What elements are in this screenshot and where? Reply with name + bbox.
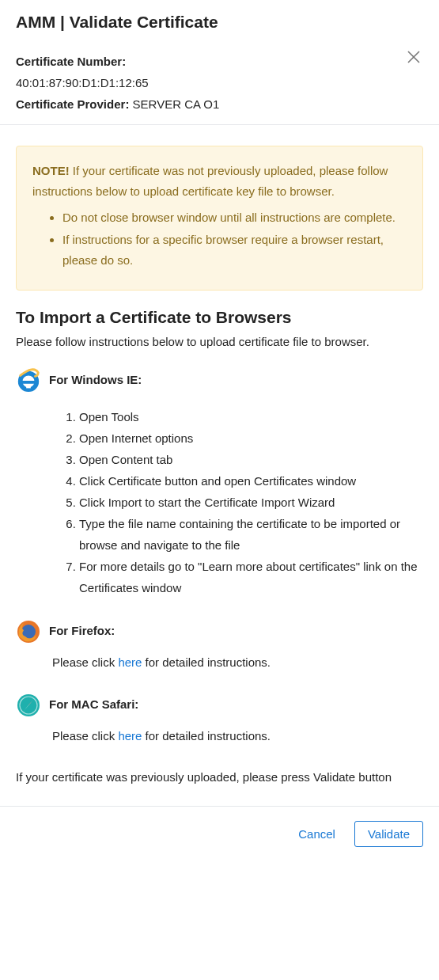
bottom-note: If your certificate was previously uploa… xyxy=(16,767,423,788)
dialog-footer: Cancel Validate xyxy=(0,807,439,861)
dialog-title: AMM | Validate Certificate xyxy=(0,0,439,38)
safari-link[interactable]: here xyxy=(118,729,142,743)
cert-provider-value: SERVER CA O1 xyxy=(133,97,220,111)
safari-block: For MAC Safari: xyxy=(16,693,423,718)
safari-pre: Please click xyxy=(52,729,118,743)
firefox-block: For Firefox: xyxy=(16,619,423,644)
svg-rect-3 xyxy=(20,381,38,384)
divider xyxy=(0,124,439,125)
cert-provider-label: Certificate Provider: xyxy=(16,97,129,111)
note-bullet: If instructions for a specific browser r… xyxy=(62,230,407,272)
validate-button[interactable]: Validate xyxy=(354,821,423,847)
safari-post: for detailed instructions. xyxy=(142,729,271,743)
ie-step: For more details go to "Learn more about… xyxy=(79,556,423,598)
certificate-info: Certificate Number: 40:01:87:90:D1:D1:12… xyxy=(16,51,423,115)
safari-icon xyxy=(16,693,41,718)
firefox-link[interactable]: here xyxy=(118,655,142,669)
firefox-post: for detailed instructions. xyxy=(142,655,271,669)
firefox-heading: For Firefox: xyxy=(49,619,115,637)
ie-step: Type the file name containing the certif… xyxy=(79,513,423,556)
ie-step: Click Certificate button and open Certif… xyxy=(79,470,423,492)
ie-steps: Open Tools Open Internet options Open Co… xyxy=(63,406,423,598)
import-subtext: Please follow instructions below to uplo… xyxy=(16,332,423,352)
ie-block: For Windows IE: xyxy=(16,368,423,393)
cert-number-label: Certificate Number: xyxy=(16,55,126,68)
ie-icon xyxy=(16,368,41,393)
certificate-header: Certificate Number: 40:01:87:90:D1:D1:12… xyxy=(0,38,439,124)
note-text: If your certificate was not previously u… xyxy=(32,164,388,198)
import-heading: To Import a Certificate to Browsers xyxy=(16,308,423,327)
ie-step: Open Content tab xyxy=(79,449,423,470)
note-label: NOTE! xyxy=(32,164,70,177)
ie-step: Click Import to start the Certificate Im… xyxy=(79,492,423,513)
cert-number-value: 40:01:87:90:D1:D1:12:65 xyxy=(16,72,423,93)
note-box: NOTE! If your certificate was not previo… xyxy=(16,146,423,291)
safari-heading: For MAC Safari: xyxy=(49,693,138,711)
ie-step: Open Tools xyxy=(79,406,423,427)
ie-step: Open Internet options xyxy=(79,427,423,449)
note-bullet: Do not close browser window until all in… xyxy=(62,207,407,228)
safari-instructions: Please click here for detailed instructi… xyxy=(52,726,423,746)
firefox-instructions: Please click here for detailed instructi… xyxy=(52,652,423,673)
validate-certificate-dialog: AMM | Validate Certificate Certificate N… xyxy=(0,0,439,861)
cancel-button[interactable]: Cancel xyxy=(289,821,345,847)
firefox-icon xyxy=(16,619,41,644)
svg-rect-4 xyxy=(26,384,31,388)
ie-heading: For Windows IE: xyxy=(49,368,142,386)
firefox-pre: Please click xyxy=(52,655,118,669)
close-icon[interactable] xyxy=(404,47,423,66)
